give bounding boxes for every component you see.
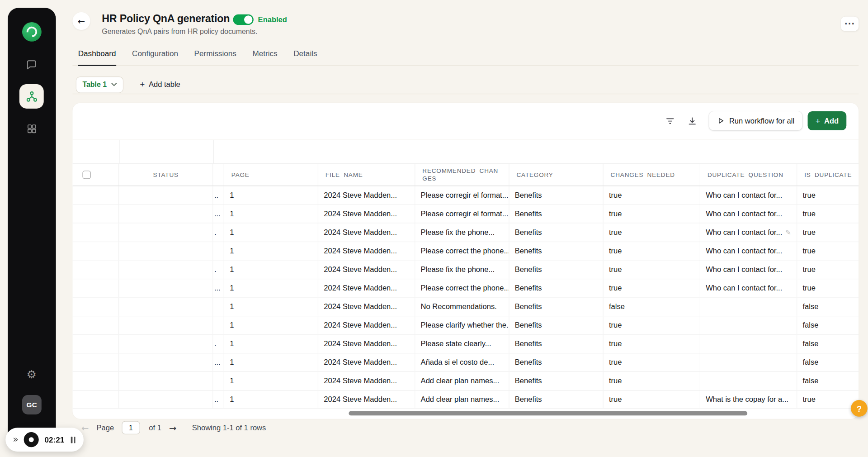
cell-is_duplicate[interactable]: true bbox=[797, 242, 859, 260]
cell-changes_needed[interactable]: false bbox=[604, 298, 700, 316]
cell-page[interactable]: 1 bbox=[224, 372, 318, 390]
tab-metrics[interactable]: Metrics bbox=[252, 49, 277, 66]
cell-category[interactable]: Benefits bbox=[509, 298, 604, 316]
horizontal-scrollbar[interactable] bbox=[349, 411, 747, 416]
table-row[interactable]: 12024 Steve Madden...No Recommendations.… bbox=[72, 298, 859, 316]
sidebar-item-chat[interactable] bbox=[22, 55, 41, 74]
tab-permissions[interactable]: Permissions bbox=[194, 49, 236, 66]
cell-file_name[interactable]: 2024 Steve Madden... bbox=[318, 279, 415, 297]
cell-overflow[interactable]: . bbox=[213, 335, 224, 353]
cell-file_name[interactable]: 2024 Steve Madden... bbox=[318, 390, 415, 409]
cell-file_name[interactable]: 2024 Steve Madden... bbox=[318, 186, 415, 204]
filter-button[interactable] bbox=[662, 113, 679, 129]
cell-overflow[interactable]: ... bbox=[213, 279, 224, 297]
cell-recommended_changes[interactable]: Please state clearly... bbox=[415, 335, 509, 353]
cell-page[interactable]: 1 bbox=[224, 353, 318, 371]
pause-button[interactable] bbox=[70, 436, 77, 443]
cell-duplicate_question[interactable]: Who can I contact for... bbox=[700, 242, 797, 260]
cell-changes_needed[interactable]: true bbox=[604, 316, 700, 334]
cell-category[interactable]: Benefits bbox=[509, 223, 604, 241]
cell-recommended_changes[interactable]: Please fix the phone... bbox=[415, 223, 509, 241]
cell-overflow[interactable]: .. bbox=[213, 390, 224, 409]
cell-file_name[interactable]: 2024 Steve Madden... bbox=[318, 242, 415, 260]
cell-overflow[interactable]: .. bbox=[213, 186, 224, 204]
cell-is_duplicate[interactable]: true bbox=[797, 261, 859, 279]
cell-page[interactable]: 1 bbox=[224, 316, 318, 334]
cell-select[interactable] bbox=[72, 335, 119, 353]
cell-overflow[interactable]: ... bbox=[213, 353, 224, 371]
page-number-input[interactable] bbox=[122, 421, 140, 434]
cell-is_duplicate[interactable]: false bbox=[797, 298, 859, 316]
cell-changes_needed[interactable]: true bbox=[604, 390, 700, 409]
next-page-button[interactable]: → bbox=[169, 423, 176, 433]
cell-status[interactable] bbox=[119, 186, 213, 204]
cell-category[interactable]: Benefits bbox=[509, 242, 604, 260]
avatar[interactable]: GC bbox=[22, 395, 42, 414]
cell-file_name[interactable]: 2024 Steve Madden... bbox=[318, 353, 415, 371]
cell-file_name[interactable]: 2024 Steve Madden... bbox=[318, 205, 415, 223]
cell-file_name[interactable]: 2024 Steve Madden... bbox=[318, 261, 415, 279]
cell-category[interactable]: Benefits bbox=[509, 372, 604, 390]
cell-recommended_changes[interactable]: Please correct the phone... bbox=[415, 279, 509, 297]
cell-recommended_changes[interactable]: No Recommendations. bbox=[415, 298, 509, 316]
cell-duplicate_question[interactable] bbox=[700, 372, 797, 390]
cell-changes_needed[interactable]: true bbox=[604, 186, 700, 204]
table-row[interactable]: 12024 Steve Madden...Please correct the … bbox=[72, 242, 859, 260]
table-row[interactable]: .12024 Steve Madden...Please fix the pho… bbox=[72, 223, 859, 242]
cell-is_duplicate[interactable]: false bbox=[797, 353, 859, 371]
cell-page[interactable]: 1 bbox=[224, 390, 318, 409]
cell-status[interactable] bbox=[119, 353, 213, 371]
column-header-page[interactable]: PAGE bbox=[224, 164, 318, 186]
table-row[interactable]: ...12024 Steve Madden...Please correct t… bbox=[72, 279, 859, 298]
cell-file_name[interactable]: 2024 Steve Madden... bbox=[318, 298, 415, 316]
cell-recommended_changes[interactable]: Please correct the phone... bbox=[415, 242, 509, 260]
cell-file_name[interactable]: 2024 Steve Madden... bbox=[318, 372, 415, 390]
cell-changes_needed[interactable]: true bbox=[604, 279, 700, 297]
cell-recommended_changes[interactable]: Add clear plan names... bbox=[415, 390, 509, 409]
sidebar-item-workflows[interactable] bbox=[19, 84, 44, 109]
cell-category[interactable]: Benefits bbox=[509, 335, 604, 353]
cell-is_duplicate[interactable]: true bbox=[797, 186, 859, 204]
cell-page[interactable]: 1 bbox=[224, 186, 318, 204]
table-row[interactable]: 12024 Steve Madden...Please clarify whet… bbox=[72, 316, 859, 335]
tab-configuration[interactable]: Configuration bbox=[132, 49, 178, 66]
cell-status[interactable] bbox=[119, 261, 213, 279]
tab-details[interactable]: Details bbox=[293, 49, 317, 66]
add-row-button[interactable]: + Add bbox=[808, 111, 847, 130]
cell-file_name[interactable]: 2024 Steve Madden... bbox=[318, 316, 415, 334]
cell-recommended_changes[interactable]: Please fix the phone... bbox=[415, 261, 509, 279]
cell-changes_needed[interactable]: true bbox=[604, 223, 700, 241]
cell-duplicate_question[interactable] bbox=[700, 316, 797, 334]
cell-recommended_changes[interactable]: Añada si el costo de... bbox=[415, 353, 509, 371]
record-stop-button[interactable] bbox=[24, 432, 39, 447]
column-header-status[interactable]: STATUS bbox=[119, 164, 213, 186]
cell-category[interactable]: Benefits bbox=[509, 316, 604, 334]
table-row[interactable]: ..12024 Steve Madden...Add clear plan na… bbox=[72, 390, 859, 409]
cell-status[interactable] bbox=[119, 205, 213, 223]
cell-status[interactable] bbox=[119, 335, 213, 353]
cell-changes_needed[interactable]: true bbox=[604, 261, 700, 279]
cell-overflow[interactable]: ... bbox=[213, 205, 224, 223]
cell-duplicate_question[interactable]: Who can I contact for...✎ bbox=[700, 223, 797, 241]
cell-duplicate_question[interactable]: What is the copay for a... bbox=[700, 390, 797, 409]
cell-is_duplicate[interactable]: true bbox=[797, 223, 859, 241]
edit-pencil-icon[interactable]: ✎ bbox=[785, 228, 791, 236]
cell-recommended_changes[interactable]: Please corregir el format... bbox=[415, 205, 509, 223]
cell-status[interactable] bbox=[119, 279, 213, 297]
cell-changes_needed[interactable]: true bbox=[604, 242, 700, 260]
cell-duplicate_question[interactable] bbox=[700, 298, 797, 316]
cell-is_duplicate[interactable]: true bbox=[797, 279, 859, 297]
cell-is_duplicate[interactable]: false bbox=[797, 335, 859, 353]
cell-select[interactable] bbox=[72, 316, 119, 334]
download-button[interactable] bbox=[684, 113, 700, 129]
sidebar-item-apps[interactable] bbox=[22, 119, 41, 138]
cell-category[interactable]: Benefits bbox=[509, 261, 604, 279]
help-button[interactable]: ? bbox=[851, 400, 868, 417]
cell-changes_needed[interactable]: true bbox=[604, 335, 700, 353]
cell-changes_needed[interactable]: true bbox=[604, 372, 700, 390]
cell-page[interactable]: 1 bbox=[224, 242, 318, 260]
cell-page[interactable]: 1 bbox=[224, 335, 318, 353]
table-row[interactable]: ..12024 Steve Madden...Please corregir e… bbox=[72, 186, 859, 205]
column-header-file_name[interactable]: FILE_NAME bbox=[318, 164, 415, 186]
cell-recommended_changes[interactable]: Please corregir el format... bbox=[415, 186, 509, 204]
